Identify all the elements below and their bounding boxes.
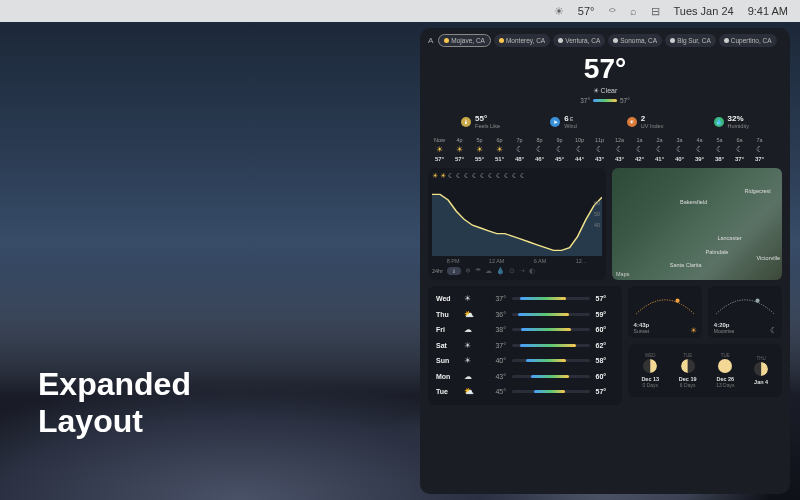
metric-icon: 💧 bbox=[714, 117, 724, 127]
metric-uv-index[interactable]: ☀2UV Index bbox=[627, 114, 664, 129]
menubar-date[interactable]: Tues Jan 24 bbox=[674, 5, 734, 17]
current-conditions: 57° ☀ Clear 37°57° bbox=[428, 53, 782, 104]
daily-row[interactable]: Thu⛅36°59° bbox=[436, 307, 614, 323]
metric-icon: 🌡 bbox=[461, 117, 471, 127]
metric-wind[interactable]: ➤6 EWind bbox=[550, 114, 577, 129]
control-center-icon[interactable]: ⊟ bbox=[651, 5, 660, 18]
font-size-control[interactable]: A bbox=[428, 36, 433, 45]
hour-cell: 9p☾45° bbox=[550, 137, 569, 162]
tab-big-sur-ca[interactable]: Big Sur, CA bbox=[665, 34, 716, 47]
chart-svg bbox=[432, 186, 602, 256]
map-city-ridgecrest: Ridgecrest bbox=[745, 188, 771, 194]
map-city-bakersfield: Bakersfield bbox=[680, 199, 707, 205]
sun-moon-times: 4:43pSunset☀4:20pMoonrise☾ bbox=[628, 286, 782, 338]
map-city-palmdale: Palmdale bbox=[706, 249, 729, 255]
moon-phase[interactable]: TUEDec 196 Days bbox=[679, 353, 697, 388]
daily-row[interactable]: Mon☁43°60° bbox=[436, 369, 614, 385]
chart-24hr-label: 24hr bbox=[432, 268, 443, 274]
tab-cupertino-ca[interactable]: Cupertino, CA bbox=[719, 34, 777, 47]
menubar-time[interactable]: 9:41 AM bbox=[748, 5, 788, 17]
map-city-lancaster: Lancaster bbox=[717, 235, 741, 241]
metric-icon: ➤ bbox=[550, 117, 560, 127]
menubar: ☀ 57° ⌔ ⌕ ⊟ Tues Jan 24 9:41 AM bbox=[0, 0, 800, 22]
daily-row[interactable]: Sat☀37°62° bbox=[436, 338, 614, 354]
chart-mode-icon[interactable]: ☂ bbox=[475, 267, 481, 275]
daily-row[interactable]: Sun☀40°58° bbox=[436, 353, 614, 369]
chart-mode-icon[interactable]: ⇢ bbox=[519, 267, 525, 275]
chart-xaxis: 8 PM12 AM6 AM12… bbox=[432, 258, 602, 264]
hour-cell: 8p☾46° bbox=[530, 137, 549, 162]
chart-mode-icon[interactable]: ⊙ bbox=[509, 267, 515, 275]
moon-phase[interactable]: WEDDec 130 Days bbox=[641, 353, 659, 388]
wifi-icon[interactable]: ⌔ bbox=[609, 5, 616, 17]
hour-cell: 6a☾37° bbox=[730, 137, 749, 162]
chart-mini-icons: ☀☀☾☾☾☾☾☾☾☾☾☾ bbox=[432, 172, 602, 182]
hour-cell: 6p☀51° bbox=[490, 137, 509, 162]
weather-icon: ☀ bbox=[554, 5, 564, 18]
hourly-forecast[interactable]: Now☀57°4p☀57°5p☀55°6p☀51°7p☾48°8p☾46°9p☾… bbox=[428, 137, 782, 162]
tab-monterey-ca[interactable]: Monterey, CA bbox=[494, 34, 550, 47]
sun-icon bbox=[444, 38, 449, 43]
chart-mode-icon[interactable]: ☁ bbox=[485, 267, 492, 275]
chart-temp-toggle[interactable]: 🌡 bbox=[447, 267, 461, 275]
tab-mojave-ca[interactable]: Mojave, CA bbox=[438, 34, 491, 47]
daily-row[interactable]: Wed☀37°57° bbox=[436, 291, 614, 307]
hour-cell: 4p☀57° bbox=[450, 137, 469, 162]
moon-icon bbox=[613, 38, 618, 43]
map-city-victorville: Victorville bbox=[757, 255, 780, 261]
hour-cell: 7p☾48° bbox=[510, 137, 529, 162]
tab-ventura-ca[interactable]: Ventura, CA bbox=[553, 34, 605, 47]
moon-phase[interactable]: TUEDec 2613 Days bbox=[716, 353, 734, 388]
hour-cell: 10p☾44° bbox=[570, 137, 589, 162]
moon-icon bbox=[724, 38, 729, 43]
moon-icon bbox=[670, 38, 675, 43]
hour-cell: Now☀57° bbox=[430, 137, 449, 162]
hour-cell: 11p☾43° bbox=[590, 137, 609, 162]
hour-cell: 7a☾37° bbox=[750, 137, 769, 162]
svg-point-1 bbox=[755, 299, 759, 303]
metric-icon: ☀ bbox=[627, 117, 637, 127]
daily-forecast: Wed☀37°57°Thu⛅36°59°Fri☁38°60°Sat☀37°62°… bbox=[428, 286, 622, 405]
hour-cell: 1a☾42° bbox=[630, 137, 649, 162]
temp-chart[interactable]: ☀☀☾☾☾☾☾☾☾☾☾☾ 605040 8 PM12 AM6 AM12… 24h… bbox=[428, 168, 606, 280]
search-icon[interactable]: ⌕ bbox=[630, 5, 637, 17]
chart-mode-icon[interactable]: ❄ bbox=[465, 267, 471, 275]
moon-phase[interactable]: THUJan 4 bbox=[754, 356, 768, 385]
daily-row[interactable]: Fri☁38°60° bbox=[436, 322, 614, 338]
current-condition: ☀ Clear bbox=[428, 87, 782, 95]
metrics-row: 🌡55°Feels Like➤6 EWind☀2UV Index💧32%Humi… bbox=[428, 110, 782, 133]
moon-phases: WEDDec 130 DaysTUEDec 196 DaysTUEDec 261… bbox=[628, 344, 782, 397]
hour-cell: 4a☾39° bbox=[690, 137, 709, 162]
hour-cell: 5p☀55° bbox=[470, 137, 489, 162]
chart-controls: 24hr 🌡 ❄ ☂ ☁ 💧 ⊙ ⇢ ◐ bbox=[432, 267, 602, 275]
location-tabs: A Mojave, CAMonterey, CAVentura, CASonom… bbox=[428, 34, 782, 47]
svg-point-0 bbox=[675, 299, 679, 303]
hour-cell: 12a☾43° bbox=[610, 137, 629, 162]
temp-range: 37°57° bbox=[428, 97, 782, 104]
hour-cell: 3a☾40° bbox=[670, 137, 689, 162]
chart-mode-icon[interactable]: 💧 bbox=[496, 267, 505, 275]
current-temp: 57° bbox=[428, 53, 782, 85]
sun-box-sunset[interactable]: 4:43pSunset☀ bbox=[628, 286, 702, 338]
weather-panel: A Mojave, CAMonterey, CAVentura, CASonom… bbox=[420, 28, 790, 494]
moon-icon bbox=[558, 38, 563, 43]
daily-row[interactable]: Tue⛅45°57° bbox=[436, 384, 614, 400]
range-bar bbox=[593, 99, 617, 102]
sun-icon bbox=[499, 38, 504, 43]
tab-sonoma-ca[interactable]: Sonoma, CA bbox=[608, 34, 662, 47]
sun-box-moonrise[interactable]: 4:20pMoonrise☾ bbox=[708, 286, 782, 338]
weather-map[interactable]: Maps BakersfieldRidgecrestLancasterPalmd… bbox=[612, 168, 782, 280]
menubar-temp[interactable]: 57° bbox=[578, 5, 595, 17]
map-city-santa-clarita: Santa Clarita bbox=[670, 262, 702, 268]
hour-cell: 5a☾38° bbox=[710, 137, 729, 162]
hour-cell: 2a☾41° bbox=[650, 137, 669, 162]
headline: Expanded Layout bbox=[38, 366, 191, 440]
metric-humidity[interactable]: 💧32%Humidity bbox=[714, 114, 749, 129]
metric-feels-like[interactable]: 🌡55°Feels Like bbox=[461, 114, 500, 129]
chart-mode-icon[interactable]: ◐ bbox=[529, 267, 535, 275]
maps-label: Maps bbox=[616, 271, 629, 277]
